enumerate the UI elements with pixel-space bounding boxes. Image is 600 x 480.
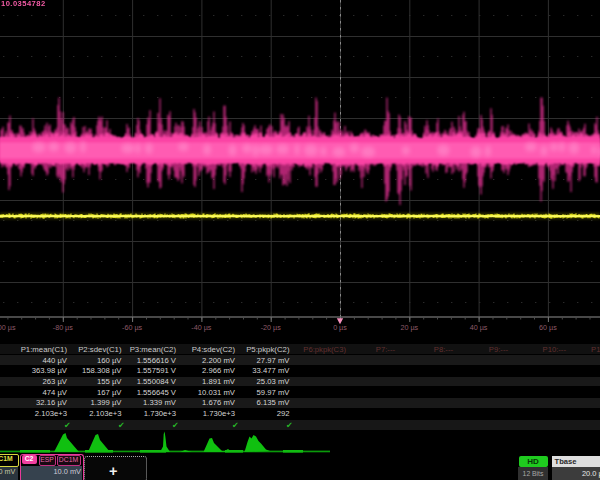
svg-text:-20 µs: -20 µs xyxy=(261,323,282,332)
svg-text:-80 µs: -80 µs xyxy=(53,323,74,332)
svg-text:-60 µs: -60 µs xyxy=(122,323,143,332)
svg-text:-40 µs: -40 µs xyxy=(191,323,212,332)
svg-text:40 µs: 40 µs xyxy=(470,323,488,332)
svg-text:0 µs: 0 µs xyxy=(333,323,347,332)
svg-text:-100 µs: -100 µs xyxy=(0,323,16,332)
svg-text:60 µs: 60 µs xyxy=(539,323,557,332)
svg-text:20 µs: 20 µs xyxy=(400,323,418,332)
